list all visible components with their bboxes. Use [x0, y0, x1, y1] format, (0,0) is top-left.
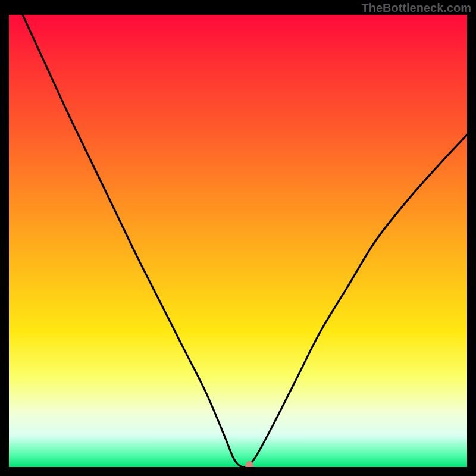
chart-container: TheBottleneck.com: [0, 0, 476, 476]
watermark-text: TheBottleneck.com: [362, 1, 471, 15]
plot-area: [9, 15, 467, 467]
optimum-marker: [245, 461, 253, 467]
curve-svg: [9, 15, 467, 467]
bottleneck-curve: [23, 15, 467, 467]
